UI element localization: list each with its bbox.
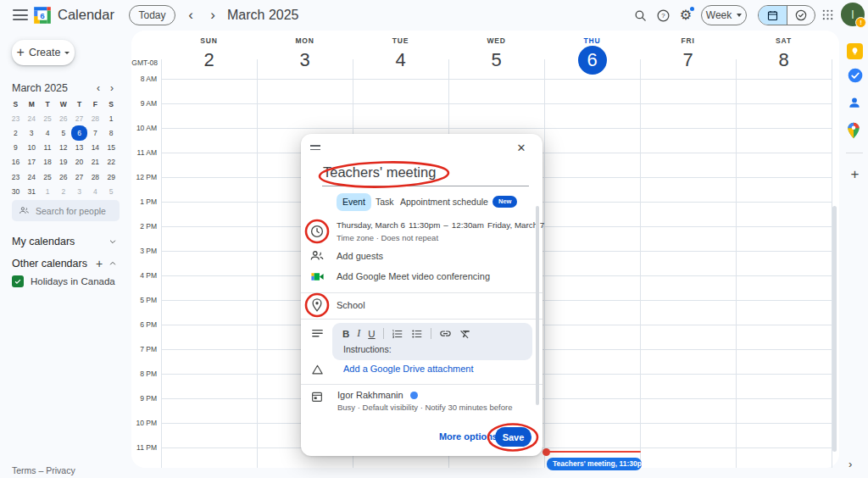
mini-calendar-day[interactable]: 2 (55, 184, 71, 198)
dialog-scrollbar[interactable] (536, 206, 539, 405)
mini-calendar-day[interactable]: 4 (40, 125, 56, 140)
hide-side-panel-icon[interactable]: › (849, 458, 852, 470)
mini-calendar-day[interactable]: 19 (55, 155, 71, 170)
checkbox-checked-icon[interactable] (12, 275, 24, 287)
mini-calendar-day[interactable]: 22 (103, 155, 120, 170)
day-header-tue[interactable]: TUE4 (353, 31, 448, 75)
mini-calendar-day[interactable]: 2 (8, 125, 24, 140)
event-title-input[interactable]: Teachers' meeting (323, 164, 436, 181)
tasks-icon[interactable] (847, 67, 864, 84)
mini-calendar-day[interactable]: 16 (8, 155, 24, 170)
mini-calendar-day[interactable]: 27 (71, 111, 87, 125)
mini-calendar-day[interactable]: 9 (8, 141, 24, 155)
location-field[interactable]: School (337, 300, 365, 310)
main-menu-icon[interactable] (13, 9, 28, 20)
mini-calendar-day[interactable]: 8 (103, 125, 120, 140)
day-number[interactable]: 3 (291, 46, 320, 75)
mini-calendar-day[interactable]: 29 (103, 170, 120, 184)
grid-scrollbar[interactable] (832, 206, 837, 452)
mini-calendar-day[interactable]: 24 (24, 111, 40, 125)
owner-settings[interactable]: Busy · Default visibility · Notify 30 mi… (337, 403, 512, 412)
calendar-item-holidays[interactable]: Holidays in Canada (12, 275, 115, 287)
mini-calendar-day[interactable]: 17 (24, 155, 40, 170)
terms-privacy-links[interactable]: Terms – Privacy (12, 465, 75, 475)
insert-link-icon[interactable] (439, 327, 452, 340)
start-date[interactable]: Thursday, March 6 (337, 220, 405, 230)
my-calendars-section[interactable]: My calendars (12, 236, 120, 247)
save-button[interactable]: Save (495, 427, 531, 447)
tasks-view-toggle-icon[interactable] (787, 6, 815, 25)
day-number[interactable]: 5 (482, 46, 511, 75)
timezone-recurrence[interactable]: Time zone · Does not repeat (337, 233, 438, 242)
mini-calendar-day[interactable]: 18 (40, 155, 56, 170)
mini-calendar-day[interactable]: 30 (8, 184, 24, 198)
mini-calendar-day[interactable]: 10 (24, 141, 40, 155)
day-number[interactable]: 2 (195, 46, 224, 75)
other-calendars-section[interactable]: Other calendars + (12, 257, 120, 270)
create-button[interactable]: + Create (12, 40, 75, 65)
mini-calendar-day[interactable]: 3 (71, 184, 87, 198)
view-selector-dropdown[interactable]: Week (701, 5, 747, 25)
calendar-view-toggle-icon[interactable] (759, 6, 787, 25)
mini-calendar-day[interactable]: 24 (24, 170, 40, 184)
mini-calendar-day[interactable]: 23 (8, 111, 24, 125)
day-number[interactable]: 4 (387, 46, 415, 75)
maps-icon[interactable] (847, 122, 860, 139)
mini-calendar-day[interactable]: 6 (71, 125, 87, 140)
day-number[interactable]: 8 (770, 46, 798, 75)
mini-calendar-day[interactable]: 11 (40, 141, 56, 155)
event-datetime[interactable]: Thursday, March 6 11:30pm – 12:30am Frid… (337, 220, 544, 230)
mini-calendar-day[interactable]: 5 (55, 125, 71, 140)
more-options-button[interactable]: More options (430, 431, 498, 442)
day-header-sat[interactable]: SAT8 (736, 31, 832, 75)
owner-row[interactable]: Igor Rakhmanin (337, 390, 418, 400)
mini-calendar-day[interactable]: 26 (55, 170, 71, 184)
add-meet-button[interactable]: Add Google Meet video conferencing (337, 271, 490, 281)
mini-calendar-day[interactable]: 25 (40, 111, 56, 125)
add-drive-attachment-button[interactable]: Add a Google Drive attachment (343, 364, 473, 374)
close-icon[interactable]: ✕ (513, 139, 530, 156)
next-period-icon[interactable]: › (204, 6, 221, 25)
add-other-calendar-icon[interactable]: + (92, 257, 106, 270)
mini-calendar-prev-icon[interactable]: ‹ (92, 82, 105, 94)
mini-calendar-day[interactable]: 25 (40, 170, 56, 184)
contacts-icon[interactable] (847, 95, 862, 110)
mini-calendar-day[interactable]: 26 (55, 111, 71, 125)
day-header-thu[interactable]: THU6 (544, 31, 640, 75)
user-avatar[interactable]: I ! (841, 3, 865, 26)
search-people-input[interactable]: Search for people (12, 200, 120, 221)
mini-calendar-day[interactable]: 15 (103, 141, 120, 155)
clear-formatting-icon[interactable] (459, 328, 471, 340)
today-button[interactable]: Today (129, 5, 175, 25)
mini-calendar-day[interactable]: 1 (40, 184, 56, 198)
bulleted-list-icon[interactable] (411, 328, 423, 340)
day-number[interactable]: 7 (674, 46, 703, 75)
mini-calendar-day[interactable]: 4 (87, 184, 103, 198)
event-chip[interactable]: Teachers' meeting, 11:30pm, (547, 458, 642, 470)
day-header-wed[interactable]: WED5 (448, 31, 544, 75)
tab-appointment-schedule[interactable]: Appointment schedule (400, 193, 488, 211)
google-apps-grid-icon[interactable] (821, 8, 834, 21)
mini-calendar-day[interactable]: 21 (87, 155, 103, 170)
mini-calendar-day[interactable]: 13 (71, 141, 87, 155)
keep-icon[interactable] (847, 43, 863, 59)
day-header-mon[interactable]: MON3 (257, 31, 353, 75)
italic-icon[interactable]: I (357, 327, 360, 340)
mini-calendar-day[interactable]: 3 (24, 125, 40, 140)
drag-handle-icon[interactable] (310, 145, 320, 150)
numbered-list-icon[interactable] (392, 328, 403, 340)
mini-calendar-day[interactable]: 1 (103, 111, 120, 125)
mini-calendar-day[interactable]: 20 (71, 155, 87, 170)
mini-calendar-day[interactable]: 7 (87, 125, 103, 140)
previous-period-icon[interactable]: ‹ (182, 6, 199, 25)
tab-event[interactable]: Event (337, 193, 371, 211)
mini-calendar-day[interactable]: 27 (71, 170, 87, 184)
mini-calendar-day[interactable]: 23 (8, 170, 24, 184)
description-editor[interactable]: B I U Instructions: (332, 323, 532, 360)
chevron-up-icon[interactable] (106, 259, 120, 268)
chevron-down-icon[interactable] (106, 237, 120, 246)
mini-calendar-day[interactable]: 28 (87, 170, 103, 184)
get-addons-icon[interactable]: + (847, 166, 863, 182)
add-guests-field[interactable]: Add guests (337, 251, 383, 261)
tab-task[interactable]: Task (376, 193, 394, 211)
